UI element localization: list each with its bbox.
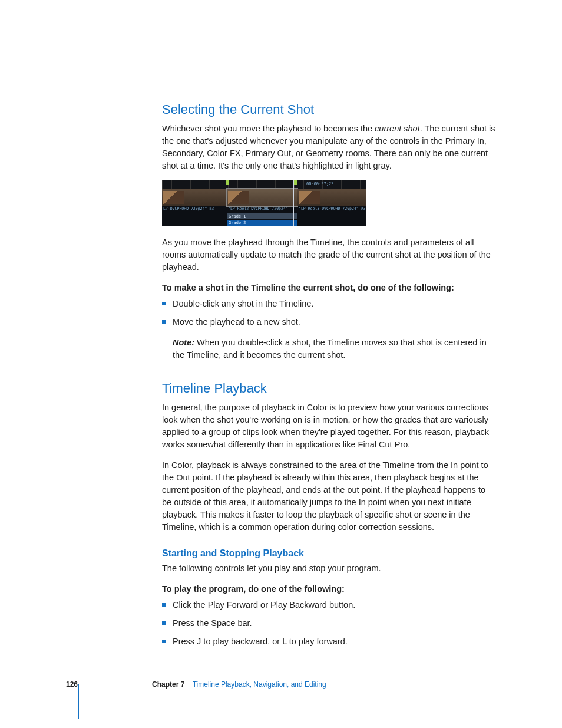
italic-term: current shot (375, 124, 420, 133)
paragraph: In Color, playback is always constrained… (162, 459, 497, 533)
text: Whichever shot you move the playhead to … (162, 124, 375, 133)
chapter-title: Timeline Playback, Navigation, and Editi… (193, 680, 326, 689)
paragraph: As you move the playhead through the Tim… (162, 236, 497, 274)
chapter-reference: Chapter 7 Timeline Playback, Navigation,… (152, 680, 326, 690)
list-item: Move the playhead to a new shot. (162, 316, 497, 328)
clip (162, 189, 227, 206)
note-label: Note: (173, 338, 194, 347)
timecode-label: 00:00:57;23 (306, 181, 333, 187)
list-item: Double-click any shot in the Timeline. (162, 298, 497, 310)
paragraph: The following controls let you play and … (162, 562, 497, 575)
timeline-ruler: 00:00:57;23 (162, 180, 366, 189)
bullet-list: Double-click any shot in the Timeline. M… (162, 298, 497, 328)
instruction-heading: To make a shot in the Timeline the curre… (162, 282, 497, 294)
clip (297, 189, 366, 206)
note-text: When you double-click a shot, the Timeli… (173, 338, 487, 360)
heading-selecting-current-shot: Selecting the Current Shot (162, 100, 497, 119)
clip-label: "LP-Reel3-DVCPROHD-720p24" #3 (297, 206, 366, 213)
in-point-marker (226, 180, 229, 185)
grade-track-1: Grade 1 (227, 213, 297, 219)
page-content: Selecting the Current Shot Whichever sho… (0, 0, 562, 648)
paragraph: Whichever shot you move the playhead to … (162, 123, 497, 172)
clip-thumbnail (299, 191, 320, 204)
heading-timeline-playback: Timeline Playback (162, 379, 497, 398)
clip-label: "LP-Reel2-DVCPROHD-720p24" (227, 206, 297, 213)
list-item: Click the Play Forward or Play Backward … (162, 599, 497, 611)
chapter-number: Chapter 7 (152, 680, 184, 689)
clip-thumbnail (228, 191, 249, 204)
grade-track-2: Grade 2 (227, 220, 297, 226)
timeline-screenshot: 00:00:57;23 L?-DVCPROHD-720p24" #3 "LP-R… (162, 180, 366, 226)
clip-thumbnail (163, 191, 184, 204)
timeline-clips (162, 189, 366, 206)
margin-rule (78, 684, 79, 719)
playhead (293, 180, 294, 226)
page-number: 126 (66, 680, 78, 690)
note-paragraph: Note: When you double-click a shot, the … (173, 337, 497, 361)
clip-selected (227, 189, 297, 206)
clip-labels-row: L?-DVCPROHD-720p24" #3 "LP-Reel2-DVCPROH… (162, 206, 366, 213)
bullet-list: Click the Play Forward or Play Backward … (162, 599, 497, 648)
subheading-start-stop-playback: Starting and Stopping Playback (162, 546, 497, 560)
paragraph: In general, the purpose of playback in C… (162, 401, 497, 451)
clip-label: L?-DVCPROHD-720p24" #3 (162, 206, 227, 213)
instruction-heading: To play the program, do one of the follo… (162, 583, 497, 595)
list-item: Press the Space bar. (162, 617, 497, 630)
list-item: Press J to play backward, or L to play f… (162, 635, 497, 648)
